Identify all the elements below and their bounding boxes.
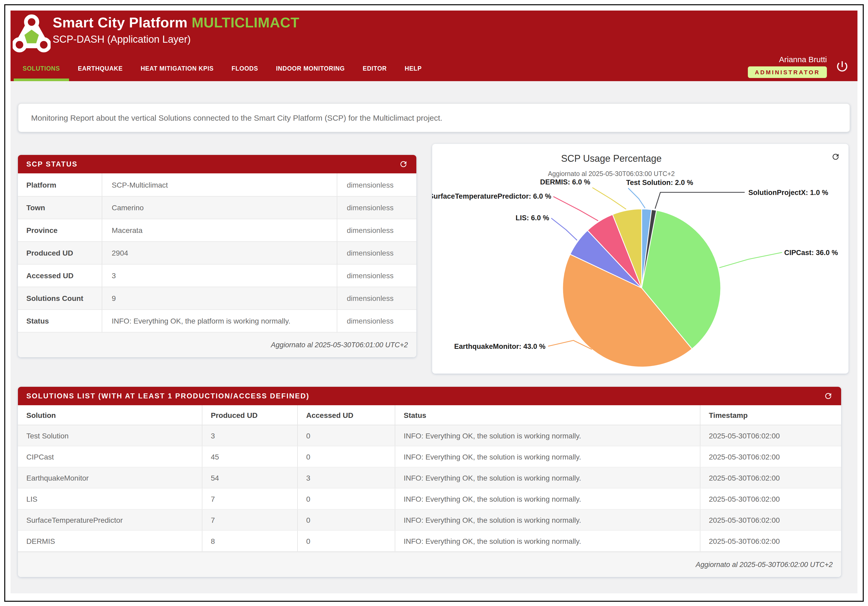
nav-tab-indoor-monitoring[interactable]: INDOOR MONITORING [267,57,353,81]
status-row-province: ProvinceMaceratadimensionless [18,219,416,241]
app-root: Smart City Platform MULTICLIMACT SCP-DAS… [11,11,857,594]
cell-solution: DERMIS [18,531,202,551]
solution-row-dermis: DERMIS80INFO: Everything OK, the solutio… [18,531,841,552]
notice-text: Monitoring Report about the vertical Sol… [31,113,442,122]
status-value: 3 [102,265,337,287]
status-label: Status [18,310,102,332]
scp-usage-chart-card: SCP Usage Percentage Aggiornato al 2025-… [432,144,848,374]
status-unit: dimensionless [337,294,416,302]
cell-produced-ud: 54 [202,467,298,488]
nav-tab-editor[interactable]: EDITOR [354,57,396,81]
status-unit: dimensionless [337,180,416,189]
pie-label-solutionprojectx: SolutionProjectX: 1.0 % [749,189,828,197]
nav-tab-help[interactable]: HELP [396,57,431,81]
pie-label-connector [592,188,626,209]
cell-solution: SurfaceTemperaturePredictor [18,510,202,530]
pie-label-earthquakemonitor: EarthquakeMonitor: 43.0 % [454,343,546,350]
app-titles: Smart City Platform MULTICLIMACT SCP-DAS… [53,15,299,45]
cell-accessed-ud: 0 [298,425,395,446]
role-badge: ADMINISTRATOR [748,67,827,78]
solutions-list-header: SOLUTIONS LIST (WITH AT LEAST 1 PRODUCTI… [18,387,841,405]
pie-label-connector [719,253,782,268]
column-header-timestamp: Timestamp [701,405,841,425]
solution-row-lis: LIS70INFO: Everything OK, the solution i… [18,488,841,510]
cell-timestamp: 2025-05-30T06:02:00 [701,467,841,488]
status-value: 9 [102,287,337,309]
power-icon [835,60,849,73]
page-frame: Smart City Platform MULTICLIMACT SCP-DAS… [4,4,864,602]
nav-tab-solutions[interactable]: SOLUTIONS [14,57,69,81]
cell-timestamp: 2025-05-30T06:02:00 [701,425,841,446]
pie-label-surfacetemperaturepredictor: SurfaceTemperaturePredictor: 6.0 % [432,192,551,200]
cell-accessed-ud: 0 [298,531,395,551]
cell-accessed-ud: 3 [298,467,395,488]
solutions-list-card: SOLUTIONS LIST (WITH AT LEAST 1 PRODUCTI… [18,387,841,577]
status-unit: dimensionless [337,249,416,257]
solution-row-surfacetemperaturepredictor: SurfaceTemperaturePredictor70INFO: Every… [18,510,841,531]
cell-accessed-ud: 0 [298,488,395,509]
pie-label-lis: LIS: 6.0 % [515,214,549,222]
pie-label-cipcast: CIPCast: 36.0 % [784,249,838,257]
scp-status-header: SCP STATUS [18,155,416,174]
column-header-accessed-ud: Accessed UD [298,405,395,425]
cell-timestamp: 2025-05-30T06:02:00 [701,510,841,530]
column-header-produced-ud: Produced UD [202,405,298,425]
cell-status: INFO: Everything OK, the solution is wor… [395,425,701,446]
main-content: Monitoring Report about the vertical Sol… [11,81,857,594]
status-label: Produced UD [18,242,102,264]
cell-status: INFO: Everything OK, the solution is wor… [395,467,701,488]
status-row-status: StatusINFO: Everything OK, the platform … [18,309,416,332]
cell-status: INFO: Everything OK, the solution is wor… [395,488,701,509]
status-value: Camerino [102,197,337,219]
scp-status-refresh-button[interactable] [399,160,408,169]
status-value: SCP-Multiclimact [102,174,337,196]
app-header: Smart City Platform MULTICLIMACT SCP-DAS… [11,11,857,81]
pie-label-connector [551,218,577,240]
cell-produced-ud: 8 [202,531,298,551]
refresh-icon [399,160,408,169]
scp-status-title: SCP STATUS [26,160,78,168]
scp-status-card: SCP STATUS PlatformSCP-Multiclimactdimen… [18,155,416,357]
status-label: Platform [18,174,102,196]
cell-solution: Test Solution [18,425,202,446]
status-label: Accessed UD [18,265,102,287]
cell-status: INFO: Everything OK, the solution is wor… [395,510,701,530]
user-name: Arianna Brutti [779,55,827,64]
status-row-town: TownCamerinodimensionless [18,196,416,219]
cell-timestamp: 2025-05-30T06:02:00 [701,446,841,467]
solutions-list-updated: Aggiornato al 2025-05-30T06:02:00 UTC+2 [18,552,841,577]
nav-tab-floods[interactable]: FLOODS [223,57,267,81]
status-value: Macerata [102,219,337,241]
refresh-icon [824,392,833,400]
status-row-platform: PlatformSCP-Multiclimactdimensionless [18,174,416,196]
nav-tab-earthquake[interactable]: EARTHQUAKE [69,57,132,81]
solutions-list-column-headers: SolutionProduced UDAccessed UDStatusTime… [18,405,841,425]
status-value: 2904 [102,242,337,264]
pie-label-connector [553,197,598,221]
status-row-accessed-ud: Accessed UD3dimensionless [18,264,416,287]
column-header-solution: Solution [18,405,202,425]
status-label: Solutions Count [18,287,102,309]
user-info: Arianna Brutti ADMINISTRATOR [748,55,827,78]
status-unit: dimensionless [337,203,416,212]
cell-produced-ud: 7 [202,510,298,530]
nav-tab-heat-mitigation-kpis[interactable]: HEAT MITIGATION KPIS [132,57,223,81]
solutions-list-refresh-button[interactable] [824,392,833,400]
pie-label-test-solution: Test Solution: 2.0 % [626,179,693,186]
scp-status-table: PlatformSCP-MulticlimactdimensionlessTow… [18,174,416,332]
cards-row: SCP STATUS PlatformSCP-Multiclimactdimen… [18,144,850,374]
solution-row-cipcast: CIPCast450INFO: Everything OK, the solut… [18,446,841,467]
monitoring-report-notice: Monitoring Report about the vertical Sol… [18,103,850,132]
cell-produced-ud: 45 [202,446,298,467]
scp-status-updated: Aggiornato al 2025-05-30T06:01:00 UTC+2 [18,332,416,357]
solutions-list-title: SOLUTIONS LIST (WITH AT LEAST 1 PRODUCTI… [26,392,309,400]
status-unit: dimensionless [337,317,416,325]
cell-solution: LIS [18,488,202,509]
logout-button[interactable] [835,60,849,73]
cell-accessed-ud: 0 [298,510,395,530]
cell-status: INFO: Everything OK, the solution is wor… [395,531,701,551]
status-row-solutions-count: Solutions Count9dimensionless [18,287,416,309]
status-unit: dimensionless [337,226,416,234]
scp-molecule-logo-icon [12,14,51,56]
cell-accessed-ud: 0 [298,446,395,467]
